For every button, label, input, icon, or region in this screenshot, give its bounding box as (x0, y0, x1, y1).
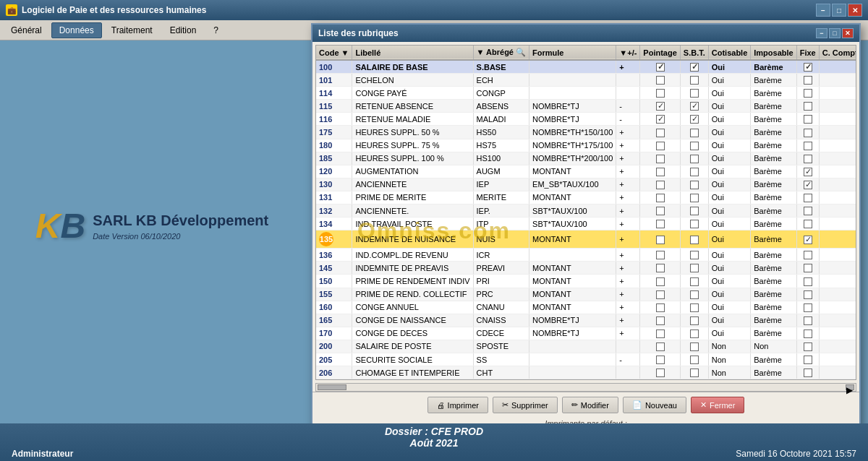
cell-fixe[interactable] (796, 204, 819, 217)
checkbox-checked[interactable] (656, 102, 665, 111)
checkbox-unchecked[interactable] (804, 155, 812, 163)
checkbox-unchecked[interactable] (804, 220, 812, 228)
checkbox-unchecked[interactable] (690, 155, 699, 163)
cell-fixe[interactable] (796, 165, 819, 178)
cell-pointage[interactable] (640, 178, 680, 191)
cell-sbt[interactable] (680, 74, 708, 87)
col-header-fixe[interactable]: Fixe (796, 46, 819, 60)
table-row[interactable]: 175HEURES SUPPL. 50 %HS50NOMBRE*TH*150/1… (316, 126, 856, 139)
checkbox-unchecked[interactable] (690, 181, 699, 189)
cell-fixe[interactable] (796, 152, 819, 165)
cell-pointage[interactable] (640, 113, 680, 126)
cell-fixe[interactable] (796, 87, 819, 100)
checkbox-unchecked[interactable] (690, 356, 699, 364)
menu-traitement[interactable]: Traitement (103, 22, 161, 38)
cell-fixe[interactable] (796, 191, 819, 204)
checkbox-checked[interactable] (804, 236, 812, 244)
checkbox-unchecked[interactable] (804, 277, 812, 286)
checkbox-unchecked[interactable] (804, 115, 812, 124)
cell-fixe[interactable] (796, 139, 819, 152)
cell-pointage[interactable] (640, 301, 680, 314)
cell-fixe[interactable] (796, 100, 819, 113)
checkbox-unchecked[interactable] (690, 129, 699, 137)
checkbox-unchecked[interactable] (656, 76, 665, 85)
cell-pointage[interactable] (640, 165, 680, 178)
cell-pointage[interactable] (640, 60, 680, 74)
col-header-formule[interactable]: Formule (529, 46, 616, 60)
checkbox-unchecked[interactable] (690, 369, 699, 377)
checkbox-unchecked[interactable] (690, 316, 699, 325)
checkbox-unchecked[interactable] (690, 264, 699, 272)
cell-pointage[interactable] (640, 204, 680, 217)
checkbox-unchecked[interactable] (656, 89, 665, 98)
cell-fixe[interactable] (796, 275, 819, 288)
col-header-pm[interactable]: ▼+/- (616, 46, 640, 60)
col-header-abrege[interactable]: ▼ Abrégé 🔍 (473, 46, 529, 60)
table-row[interactable]: 206CHOMAGE ET INTEMPERIECHTNonBarème (316, 366, 856, 379)
checkbox-unchecked[interactable] (690, 89, 699, 98)
col-header-pointage[interactable]: Pointage (640, 46, 680, 60)
cell-fixe[interactable] (796, 126, 819, 139)
cell-sbt[interactable] (680, 165, 708, 178)
cell-sbt[interactable] (680, 113, 708, 126)
checkbox-checked[interactable] (656, 115, 665, 124)
checkbox-unchecked[interactable] (690, 303, 699, 312)
cell-fixe[interactable] (796, 217, 819, 231)
checkbox-unchecked[interactable] (804, 194, 812, 202)
checkbox-unchecked[interactable] (804, 356, 812, 364)
checkbox-unchecked[interactable] (690, 220, 699, 228)
checkbox-unchecked[interactable] (690, 236, 699, 244)
cell-fixe[interactable] (796, 301, 819, 314)
checkbox-unchecked[interactable] (690, 329, 699, 338)
checkbox-unchecked[interactable] (690, 207, 699, 215)
cell-pointage[interactable] (640, 74, 680, 87)
checkbox-unchecked[interactable] (804, 369, 812, 377)
nouveau-btn[interactable]: 📄 Nouveau (623, 397, 686, 413)
imprimer-btn[interactable]: 🖨 Imprimer (427, 397, 488, 413)
cell-fixe[interactable] (796, 231, 819, 249)
modifier-btn[interactable]: ✏ Modifier (562, 397, 618, 413)
cell-sbt[interactable] (680, 262, 708, 275)
cell-pointage[interactable] (640, 314, 680, 327)
checkbox-unchecked[interactable] (804, 102, 812, 111)
checkbox-unchecked[interactable] (656, 251, 665, 259)
maximize-btn[interactable]: □ (832, 4, 846, 17)
checkbox-unchecked[interactable] (656, 303, 665, 312)
checkbox-unchecked[interactable] (656, 356, 665, 364)
checkbox-unchecked[interactable] (656, 168, 665, 176)
table-row[interactable]: 170CONGE DE DECESCDECENOMBRE*TJ+OuiBarèm… (316, 327, 856, 340)
table-row[interactable]: 120AUGMENTATIONAUGMMONTANT+OuiBarème (316, 165, 856, 178)
checkbox-unchecked[interactable] (804, 129, 812, 137)
table-row[interactable]: 101ECHELONECHOuiBarème (316, 74, 856, 87)
cell-sbt[interactable] (680, 327, 708, 340)
checkbox-unchecked[interactable] (804, 89, 812, 98)
checkbox-unchecked[interactable] (690, 290, 699, 299)
table-row[interactable]: 100SALAIRE DE BASES.BASE+OuiBarème (316, 60, 856, 74)
col-header-libelle[interactable]: Libellé (352, 46, 473, 60)
checkbox-unchecked[interactable] (656, 369, 665, 377)
cell-sbt[interactable] (680, 249, 708, 262)
checkbox-checked[interactable] (804, 168, 812, 176)
menu-help[interactable]: ? (205, 22, 226, 38)
checkbox-unchecked[interactable] (690, 194, 699, 202)
cell-sbt[interactable] (680, 301, 708, 314)
table-row[interactable]: 114CONGE PAYÉCONGPOuiBarème (316, 87, 856, 100)
checkbox-unchecked[interactable] (804, 316, 812, 325)
checkbox-unchecked[interactable] (656, 142, 665, 150)
table-row[interactable]: 145INDEMNITE DE PREAVISPREAVIMONTANT+Oui… (316, 262, 856, 275)
table-row[interactable]: 132ANCIENNETE.IEP.SBT*TAUX/100+OuiBarème (316, 204, 856, 217)
checkbox-checked[interactable] (656, 63, 665, 72)
fermer-btn[interactable]: ✕ Fermer (691, 397, 744, 413)
checkbox-unchecked[interactable] (804, 264, 812, 272)
checkbox-unchecked[interactable] (690, 342, 699, 351)
cell-sbt[interactable] (680, 100, 708, 113)
checkbox-unchecked[interactable] (656, 181, 665, 189)
cell-pointage[interactable] (640, 100, 680, 113)
cell-pointage[interactable] (640, 288, 680, 301)
cell-pointage[interactable] (640, 366, 680, 379)
checkbox-unchecked[interactable] (804, 329, 812, 338)
cell-sbt[interactable] (680, 126, 708, 139)
checkbox-unchecked[interactable] (656, 129, 665, 137)
table-row[interactable]: 131PRIME DE MERITEMERITEMONTANT+OuiBarèm… (316, 191, 856, 204)
checkbox-unchecked[interactable] (656, 342, 665, 351)
